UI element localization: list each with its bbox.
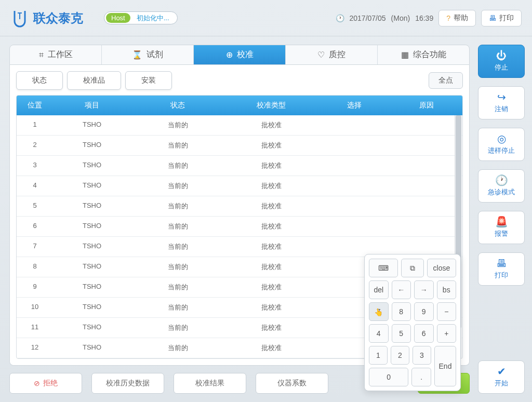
table-row[interactable]: 3TSHO当前的批校准 (17, 156, 462, 176)
col-position: 位置 (17, 96, 53, 115)
alarm-icon: 🚨 (495, 217, 508, 227)
cell-select (318, 217, 391, 236)
cell-status: 当前的 (131, 196, 224, 216)
host-status: 初始化中... (130, 14, 176, 23)
subtab-calibrator[interactable]: 校准品 (67, 71, 121, 90)
time-text: 16:39 (415, 14, 433, 22)
subtab-status[interactable]: 状态 (16, 71, 63, 90)
weekday-text: (Mon) (391, 14, 410, 22)
cell-position: 4 (17, 176, 53, 196)
cell-reason (391, 217, 462, 236)
emergency-button[interactable]: 🕐急诊模式 (478, 169, 525, 203)
result-button[interactable]: 校准结果 (174, 373, 246, 394)
key-1[interactable]: 1 (369, 346, 388, 365)
cell-position: 9 (17, 277, 53, 297)
sample-stop-icon: ◎ (497, 133, 506, 144)
keyboard-icon-button[interactable]: ⌨ (369, 259, 398, 277)
cell-reason (391, 136, 462, 155)
table-header: 位置 项目 状态 校准类型 选择 原因 (17, 96, 462, 115)
print-side-icon: 🖶 (496, 258, 507, 269)
table-row[interactable]: 2TSHO当前的批校准 (17, 136, 462, 156)
cell-reason (391, 156, 462, 176)
allpoint-button[interactable]: 全点 (429, 72, 463, 89)
table-row[interactable]: 6TSHO当前的批校准 (17, 217, 462, 237)
help-button[interactable]: ? 帮助 (438, 10, 476, 26)
clock-icon: 🕐 (336, 14, 344, 22)
cell-status: 当前的 (131, 176, 224, 196)
sample-stop-button[interactable]: ◎进样停止 (478, 128, 525, 161)
cell-position: 1 (17, 115, 53, 135)
key-5[interactable]: 5 (392, 324, 411, 343)
date-text: 2017/07/05 (350, 14, 386, 22)
cell-status: 当前的 (131, 115, 224, 135)
cell-status: 当前的 (131, 257, 224, 277)
key-end[interactable]: End (434, 346, 456, 386)
reject-button[interactable]: ⊘拒绝 (9, 373, 82, 394)
key-0[interactable]: 0 (369, 368, 408, 386)
key-left[interactable]: ← (392, 280, 411, 299)
key-7[interactable]: 7👆 (369, 302, 389, 321)
close-button[interactable]: close (427, 259, 456, 277)
cell-item: TSHO (53, 156, 131, 176)
tab-workspace[interactable]: ⌗工作区 (10, 45, 102, 64)
cell-type: 批校准 (224, 176, 318, 196)
print-side-button[interactable]: 🖶打印 (478, 252, 525, 286)
logout-icon: ↪ (497, 92, 506, 102)
key-minus[interactable]: − (437, 302, 457, 321)
cell-type: 批校准 (224, 196, 318, 216)
calibration-icon: ⊕ (226, 50, 233, 60)
cell-reason (391, 176, 462, 196)
tab-reagent[interactable]: ⌛试剂 (102, 45, 194, 64)
key-6[interactable]: 6 (414, 324, 434, 343)
key-bs[interactable]: bs (437, 280, 457, 299)
subtab-install[interactable]: 安装 (125, 71, 172, 90)
logout-button[interactable]: ↪注销 (478, 86, 525, 119)
cell-select (318, 176, 391, 196)
start-button[interactable]: ✔开始 (478, 360, 525, 394)
qc-icon: ♡ (317, 50, 325, 60)
help-icon: ? (446, 14, 450, 22)
window-icon-button[interactable]: ⧉ (401, 259, 424, 277)
col-status: 状态 (131, 96, 224, 115)
reagent-icon: ⌛ (132, 50, 142, 60)
coeff-button[interactable]: 仪器系数 (256, 373, 328, 394)
print-button[interactable]: 🖶 打印 (481, 10, 522, 26)
cell-type: 批校准 (224, 318, 318, 338)
cell-position: 3 (17, 156, 53, 176)
arrow-left-icon: ← (397, 286, 405, 294)
key-8[interactable]: 8 (392, 302, 411, 321)
cell-item: TSHO (53, 196, 131, 216)
cell-position: 7 (17, 237, 53, 257)
cell-type: 批校准 (224, 237, 318, 257)
functions-icon: ▦ (401, 50, 409, 60)
key-plus[interactable]: + (437, 324, 457, 343)
key-2[interactable]: 2 (391, 346, 409, 365)
alarm-button[interactable]: 🚨报警 (478, 211, 525, 244)
key-4[interactable]: 4 (369, 324, 389, 343)
key-9[interactable]: 9 (414, 302, 434, 321)
tab-functions[interactable]: ▦综合功能 (378, 45, 469, 64)
cell-item: TSHO (53, 318, 131, 338)
key-dot[interactable]: . (411, 368, 431, 386)
cell-item: TSHO (53, 237, 131, 257)
cell-item: TSHO (53, 277, 131, 297)
cell-reason (391, 196, 462, 216)
table-row[interactable]: 4TSHO当前的批校准 (17, 176, 462, 196)
col-type: 校准类型 (224, 96, 318, 115)
sidebar: ⏻停止 ↪注销 ◎进样停止 🕐急诊模式 🚨报警 🖶打印 ✔开始 (475, 36, 532, 402)
clock-area: 🕐 2017/07/05 (Mon) 16:39 ? 帮助 🖶 打印 (336, 10, 522, 26)
key-right[interactable]: → (414, 280, 434, 299)
key-3[interactable]: 3 (413, 346, 431, 365)
tab-qc[interactable]: ♡质控 (286, 45, 378, 64)
tab-calibration[interactable]: ⊕校准 (194, 45, 286, 64)
table-row[interactable]: 5TSHO当前的批校准 (17, 196, 462, 217)
keypad: ⌨ ⧉ close del ← → bs 7👆 8 9 − 4 (364, 254, 461, 391)
table-row[interactable]: 1TSHO当前的批校准 (17, 115, 462, 136)
history-button[interactable]: 校准历史数据 (91, 373, 164, 394)
cell-type: 批校准 (224, 156, 318, 176)
workspace-icon: ⌗ (39, 50, 44, 60)
cell-status: 当前的 (131, 277, 224, 297)
cell-item: TSHO (53, 136, 131, 155)
key-del[interactable]: del (369, 280, 389, 299)
stop-button[interactable]: ⏻停止 (478, 45, 525, 78)
